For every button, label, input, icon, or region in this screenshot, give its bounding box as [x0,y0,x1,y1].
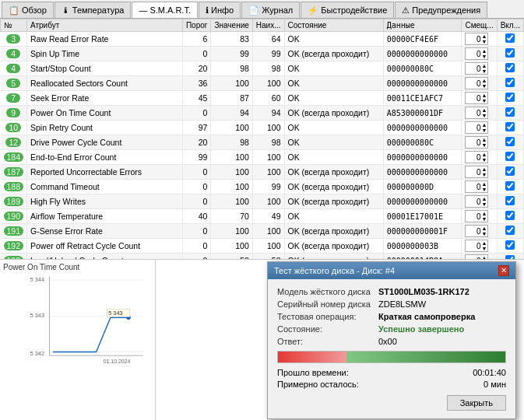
table-row: 190 Airflow Temperature 40 70 49 OK 0000… [1,209,524,224]
row-offset: 0 ▲ ▼ [462,135,497,150]
dialog-state-value: Успешно завершено [378,324,464,334]
dialog-button-row: Закрыть [277,395,506,411]
dialog-close-btn[interactable]: Закрыть [447,395,506,411]
row-checkbox[interactable] [497,47,523,61]
row-checkbox[interactable] [497,224,523,239]
main-content: № Атрибут Порог Значение Наих... Состоян… [0,19,524,420]
table-row: 189 High Fly Writes 0 100 100 OK (всегда… [1,194,524,209]
row-checkbox[interactable] [497,254,523,261]
dialog-elapsed-row: Прошло времени: 00:01:40 [277,368,506,377]
table-row: 187 Reported Uncorrectable Errors 0 100 … [1,165,524,180]
row-worst: 94 [252,106,284,121]
row-value: 100 [211,180,252,194]
row-num: 193 [1,254,27,261]
row-value: 94 [211,106,252,121]
row-threshold: 0 [182,194,211,209]
perf-icon: ⚡ [308,5,318,16]
tab-performance[interactable]: ⚡ Быстродействие [301,2,394,18]
row-state: OK [284,209,383,224]
row-checkbox[interactable] [497,76,523,91]
row-checkbox[interactable] [497,209,523,224]
row-num: 192 [1,239,27,254]
row-worst: 64 [252,32,284,47]
row-offset: 0 ▲ ▼ [462,47,497,61]
dialog-model-label: Модель жёсткого диска [277,287,378,296]
col-header-attr: Атрибут [27,19,183,32]
row-num: 184 [1,150,27,165]
row-data: 0000000000000 [383,121,462,135]
row-num: 7 [1,91,27,106]
row-checkbox[interactable] [497,239,523,254]
dialog-title: Тест жёсткого диска - Диск: #4 [274,266,395,275]
row-data: 000000000001F [383,224,462,239]
bottom-area: Power On Time Count 5 344 5 343 5 342 [0,260,524,420]
row-checkbox[interactable] [497,61,523,76]
row-attr: Reallocated Sectors Count [27,76,183,91]
row-num: 188 [1,180,27,194]
row-attr: Power off Retract Cycle Count [27,239,183,254]
row-checkbox[interactable] [497,150,523,165]
row-data: 0000000000000 [383,194,462,209]
row-attr: Power On Time Count [27,106,183,121]
dialog-close-button[interactable]: ✕ [498,265,509,276]
table-row: 192 Power off Retract Cycle Count 0 100 … [1,239,524,254]
row-checkbox[interactable] [497,32,523,47]
dialog-serial-label: Серийный номер диска [277,299,378,309]
row-attr: Start/Stop Count [27,61,183,76]
tab-journal[interactable]: 📄 Журнал [241,2,300,18]
table-row: 4 Start/Stop Count 20 98 98 OK 000000080… [1,61,524,76]
row-num: 3 [1,32,27,47]
table-row: 4 Spin Up Time 0 99 99 OK (всегда проход… [1,47,524,61]
row-attr: Command Timeout [27,180,183,194]
dialog-remaining-label: Примерно осталось: [277,380,359,389]
row-checkbox[interactable] [497,106,523,121]
row-state: OK (всегда проходит) [284,194,383,209]
graph-svg: 5 344 5 343 5 342 [3,273,152,366]
smart-table-area[interactable]: № Атрибут Порог Значение Наих... Состоян… [0,19,524,260]
smart-table: № Атрибут Порог Значение Наих... Состоян… [0,19,524,260]
dialog-state-row: Состояние: Успешно завершено [277,324,506,334]
row-state: OK [284,135,383,150]
row-num: 190 [1,209,27,224]
row-checkbox[interactable] [497,194,523,209]
row-checkbox[interactable] [497,180,523,194]
row-state: OK (всегда проходит) [284,254,383,261]
dialog-remaining-value: 0 мин [484,380,506,389]
row-threshold: 0 [182,47,211,61]
dialog-model-row: Модель жёсткого диска ST1000LM035-1RK172 [277,287,506,296]
table-row: 9 Power On Time Count 0 94 94 OK (всегда… [1,106,524,121]
tab-overview[interactable]: 📋 Обзор [2,2,54,18]
row-threshold: 97 [182,121,211,135]
row-data: 000000080C [383,135,462,150]
row-worst: 98 [252,61,284,76]
row-checkbox[interactable] [497,121,523,135]
row-value: 70 [211,209,252,224]
tab-smart[interactable]: — S.M.A.R.T. [132,2,198,18]
tab-info[interactable]: ℹ Инфо [199,2,241,18]
table-row: 193 Load/Unload Cycle Count 0 58 58 OK (… [1,254,524,261]
row-value: 99 [211,47,252,61]
row-state: OK (всегда проходит) [284,106,383,121]
row-state: OK (всегда проходит) [284,47,383,61]
table-row: 191 G-Sense Error Rate 0 100 100 OK (все… [1,224,524,239]
row-checkbox[interactable] [497,135,523,150]
row-offset: 0 ▲ ▼ [462,209,497,224]
dialog-test-label: Тестовая операция: [277,312,378,321]
row-threshold: 0 [182,180,211,194]
table-row: 188 Command Timeout 0 100 99 OK (всегда … [1,180,524,194]
tab-warnings[interactable]: ⚠ Предупреждения [395,2,487,18]
row-threshold: 0 [182,254,211,261]
row-value: 100 [211,194,252,209]
tab-temperature[interactable]: 🌡 Температура [55,2,132,18]
row-checkbox[interactable] [497,165,523,180]
row-checkbox[interactable] [497,91,523,106]
row-offset: 0 ▲ ▼ [462,76,497,91]
dialog-elapsed-label: Прошло времени: [277,368,349,377]
row-attr: Raw Read Error Rate [27,32,183,47]
row-attr: High Fly Writes [27,194,183,209]
row-offset: 0 ▲ ▼ [462,180,497,194]
row-offset: 0 ▲ ▼ [462,121,497,135]
row-state: OK (всегда проходит) [284,180,383,194]
row-value: 100 [211,165,252,180]
row-state: OK [284,150,383,165]
